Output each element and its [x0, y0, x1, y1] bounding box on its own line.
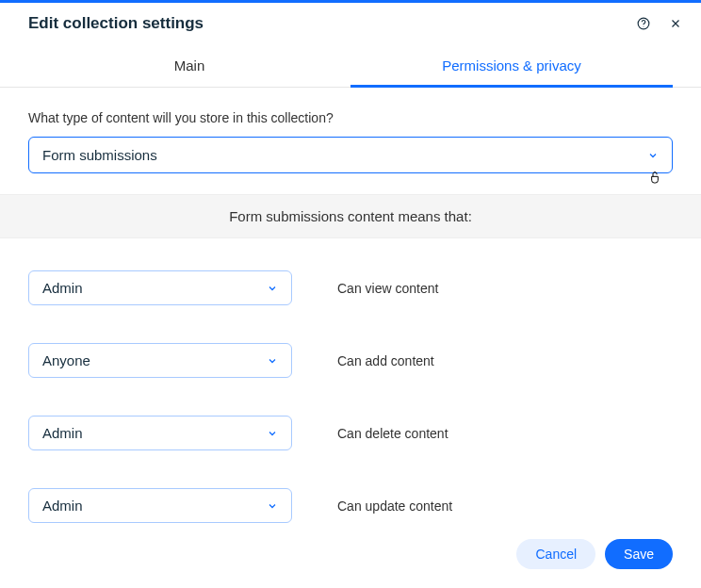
chevron-down-icon — [267, 355, 278, 367]
content-type-select[interactable]: Form submissions — [28, 137, 673, 173]
dialog-title: Edit collection settings — [28, 14, 204, 33]
chevron-down-icon — [267, 428, 278, 439]
permission-desc: Can add content — [337, 353, 434, 368]
role-value: Admin — [42, 425, 83, 441]
permission-row-delete: Admin Can delete content — [28, 416, 673, 450]
chevron-down-icon — [267, 500, 278, 512]
tab-label: Permissions & privacy — [442, 57, 581, 74]
tab-permissions[interactable]: Permissions & privacy — [350, 46, 673, 87]
permission-desc: Can view content — [337, 281, 438, 296]
role-value: Anyone — [42, 352, 90, 368]
dialog-footer: Cancel Save — [0, 524, 701, 588]
chevron-down-icon — [647, 150, 659, 161]
content-type-value: Form submissions — [42, 147, 157, 163]
permission-desc: Can delete content — [337, 426, 448, 441]
save-button[interactable]: Save — [605, 539, 673, 569]
dialog-header: Edit collection settings — [0, 3, 701, 39]
cursor-icon — [647, 170, 662, 185]
role-select-view[interactable]: Admin — [28, 270, 292, 305]
info-band: Form submissions content means that: — [0, 194, 701, 238]
role-value: Admin — [42, 498, 83, 514]
header-actions — [635, 15, 684, 32]
info-band-text: Form submissions content means that: — [229, 208, 472, 224]
role-value: Admin — [42, 280, 83, 296]
role-select-delete[interactable]: Admin — [28, 416, 292, 450]
tab-label: Main — [174, 57, 205, 74]
permission-row-add: Anyone Can add content — [28, 343, 673, 378]
permission-rows: Admin Can view content Anyone Can add co… — [28, 270, 673, 523]
tab-bar: Main Permissions & privacy — [0, 46, 701, 88]
cancel-button[interactable]: Cancel — [516, 539, 595, 569]
dialog-content: What type of content will you store in t… — [0, 88, 701, 523]
role-select-update[interactable]: Admin — [28, 488, 292, 523]
content-type-label: What type of content will you store in t… — [28, 110, 673, 125]
permission-desc: Can update content — [337, 498, 452, 514]
close-icon[interactable] — [667, 15, 684, 32]
permission-row-view: Admin Can view content — [28, 270, 673, 305]
chevron-down-icon — [267, 283, 278, 294]
role-select-add[interactable]: Anyone — [28, 343, 292, 378]
tab-main[interactable]: Main — [28, 46, 350, 87]
permission-row-update: Admin Can update content — [28, 488, 673, 523]
help-icon[interactable] — [635, 15, 652, 32]
svg-point-1 — [644, 26, 644, 27]
